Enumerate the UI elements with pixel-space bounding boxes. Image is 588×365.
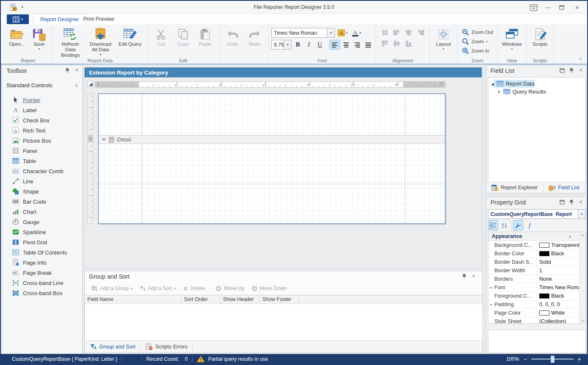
vertical-ruler[interactable] bbox=[87, 93, 93, 224]
align-middles-icon[interactable] bbox=[393, 40, 401, 47]
property-row[interactable]: ▸Padding0, 0, 0, 0 bbox=[488, 300, 580, 309]
property-row[interactable]: Page ColorWhite bbox=[488, 309, 580, 317]
toolbox-item-line[interactable]: Line bbox=[2, 176, 82, 186]
justify-button[interactable] bbox=[363, 40, 373, 49]
property-row[interactable]: Foreground C...Black bbox=[488, 292, 580, 300]
toolbox-item-page-break[interactable]: Page Break bbox=[2, 268, 82, 278]
field-list-close-icon[interactable]: × bbox=[578, 67, 584, 73]
property-value[interactable]: 0, 0, 0, 0 bbox=[537, 300, 580, 308]
zoom-minus-button[interactable]: − bbox=[524, 356, 527, 362]
italic-button[interactable]: I bbox=[304, 40, 314, 49]
band-resize-handle[interactable] bbox=[88, 135, 93, 143]
property-row[interactable]: Border Width1 bbox=[488, 266, 580, 275]
property-row[interactable]: Border Dash S..Solid bbox=[488, 258, 580, 266]
ribbon-toggle-button[interactable] bbox=[529, 3, 539, 11]
font-size-combo-arrow-icon[interactable]: ▾ bbox=[284, 40, 291, 49]
properties-view-button[interactable] bbox=[513, 220, 523, 230]
close-button[interactable]: × bbox=[572, 3, 582, 11]
ruler-corner-button[interactable] bbox=[87, 81, 94, 87]
detail-band[interactable]: Detail bbox=[99, 135, 445, 144]
layout-button[interactable]: Layout ▾ bbox=[432, 26, 454, 52]
move-up-button[interactable]: Move Up bbox=[212, 283, 248, 293]
property-grid-pin-icon[interactable] bbox=[568, 199, 574, 205]
snap-to-grid-icon[interactable] bbox=[381, 29, 389, 36]
resize-grip[interactable]: ⋯⋯ bbox=[576, 359, 580, 363]
horizontal-ruler[interactable]: 11234567 bbox=[95, 81, 446, 88]
tab-group-and-sort[interactable]: Group and Sort bbox=[85, 341, 141, 353]
toolbox-close-icon[interactable]: × bbox=[74, 67, 80, 73]
download-all-data-button[interactable]: Download All Data ▾ bbox=[85, 26, 116, 58]
property-row[interactable]: Border ColorBlack bbox=[488, 249, 580, 258]
property-row[interactable]: Background C...Transparent bbox=[488, 241, 580, 249]
categorized-view-button[interactable] bbox=[488, 220, 498, 230]
toolbox-item-shape[interactable]: Shape bbox=[2, 186, 82, 196]
report-page[interactable]: Detail bbox=[98, 93, 446, 224]
align-right-button[interactable] bbox=[352, 40, 362, 49]
property-grid-scrollbar[interactable]: ∧ ∨ bbox=[579, 232, 586, 324]
property-row[interactable]: Style Sheet(Collection) bbox=[488, 317, 580, 324]
align-lefts-icon[interactable] bbox=[393, 29, 401, 36]
group-sort-close-icon[interactable]: × bbox=[471, 273, 477, 279]
edit-query-button[interactable]: Edit Query bbox=[116, 26, 145, 48]
cut-button[interactable]: Cut bbox=[150, 26, 172, 48]
property-value[interactable]: 1 bbox=[537, 266, 580, 274]
property-row[interactable]: ▸FontTimes New Roman,... bbox=[488, 283, 580, 292]
property-value[interactable]: Solid bbox=[537, 258, 580, 266]
collapse-ribbon-icon[interactable]: ∧ bbox=[579, 56, 582, 61]
tree-node-query-results[interactable]: Query Results bbox=[488, 88, 585, 96]
property-grid-maximize-icon[interactable] bbox=[559, 199, 565, 205]
toolbox-item-table[interactable]: Table bbox=[2, 156, 82, 166]
column-header-show-footer[interactable]: Show Footer bbox=[260, 296, 299, 304]
alphabetical-view-button[interactable]: AZ bbox=[500, 221, 509, 230]
column-header-show-header[interactable]: Show Header bbox=[220, 296, 260, 304]
add-a-sort-button[interactable]: Add a Sort▾ bbox=[136, 283, 179, 293]
property-grid-close-icon[interactable]: × bbox=[578, 199, 584, 205]
scripts-button[interactable]: Scripts bbox=[529, 26, 551, 48]
zoom-slider-thumb[interactable] bbox=[551, 356, 555, 363]
band-collapse-icon[interactable] bbox=[102, 138, 106, 141]
font-color-button[interactable]: A ▾ bbox=[350, 28, 363, 37]
font-size-combo[interactable]: 9.75 ▾ bbox=[271, 40, 292, 50]
align-tops-icon[interactable] bbox=[381, 40, 389, 47]
tree-node-report-data[interactable]: Report Data bbox=[488, 80, 585, 88]
font-family-combo-arrow-icon[interactable]: ▾ bbox=[327, 28, 334, 37]
add-a-group-button[interactable]: Add a Group▾ bbox=[88, 283, 136, 293]
toolbox-item-picture-box[interactable]: Picture Box bbox=[2, 135, 82, 146]
save-button[interactable]: Save ▾ bbox=[28, 26, 50, 52]
group-sort-pin-icon[interactable] bbox=[461, 273, 467, 279]
property-value[interactable]: Black bbox=[537, 292, 580, 300]
column-header-field-name[interactable]: Field Name bbox=[85, 296, 181, 304]
property-value[interactable]: Black bbox=[537, 249, 580, 257]
toolbox-item-gauge[interactable]: Gauge bbox=[2, 217, 82, 227]
tab-report-explorer[interactable]: Report Explorer bbox=[486, 182, 543, 193]
toolbox-item-label[interactable]: ALabel bbox=[2, 105, 82, 115]
component-selector-combo[interactable]: CustomQueryReportBase Report ▾ bbox=[488, 209, 586, 219]
toolbox-item-cross-band-box[interactable]: Cross-band Box bbox=[2, 288, 82, 298]
zoom-slider[interactable] bbox=[531, 359, 574, 359]
tab-field-list[interactable]: Field List bbox=[543, 182, 585, 193]
bold-button[interactable]: B bbox=[293, 40, 303, 49]
zoom-button[interactable]: Zoom▾ bbox=[460, 37, 495, 46]
underline-button[interactable]: U bbox=[315, 40, 325, 49]
toolbox-item-character-comb[interactable]: abCharacter Comb bbox=[2, 166, 82, 176]
property-row[interactable]: BordersNone bbox=[488, 275, 580, 283]
align-center-button[interactable] bbox=[341, 40, 351, 49]
open-button[interactable]: Open... bbox=[6, 26, 28, 48]
property-value[interactable]: White bbox=[537, 309, 580, 317]
panel-splitter[interactable]: ····· bbox=[486, 324, 586, 329]
scroll-down-icon[interactable]: ∨ bbox=[580, 318, 586, 324]
field-list-maximize-icon[interactable] bbox=[559, 67, 565, 73]
windows-button[interactable]: Windows ▾ bbox=[500, 26, 524, 52]
property-value[interactable]: None bbox=[537, 275, 580, 283]
toolbox-item-rich-text[interactable]: ARich Text bbox=[2, 125, 82, 135]
toolbox-item-panel[interactable]: Panel bbox=[2, 146, 82, 156]
copy-button[interactable]: Copy bbox=[172, 26, 194, 48]
maximize-button[interactable] bbox=[557, 3, 567, 11]
toolbox-item-check-box[interactable]: Check Box bbox=[2, 115, 82, 125]
toolbox-item-sparkline[interactable]: Sparkline bbox=[2, 227, 82, 237]
move-down-button[interactable]: Move Down bbox=[248, 283, 290, 293]
tab-print-preview[interactable]: Print Preview bbox=[76, 14, 121, 25]
expand-icon[interactable]: ▸ bbox=[488, 302, 494, 307]
tab-scripts-errors[interactable]: Scripts Errors bbox=[141, 341, 193, 353]
category-appearance[interactable]: Appearance ▴ bbox=[488, 232, 580, 241]
